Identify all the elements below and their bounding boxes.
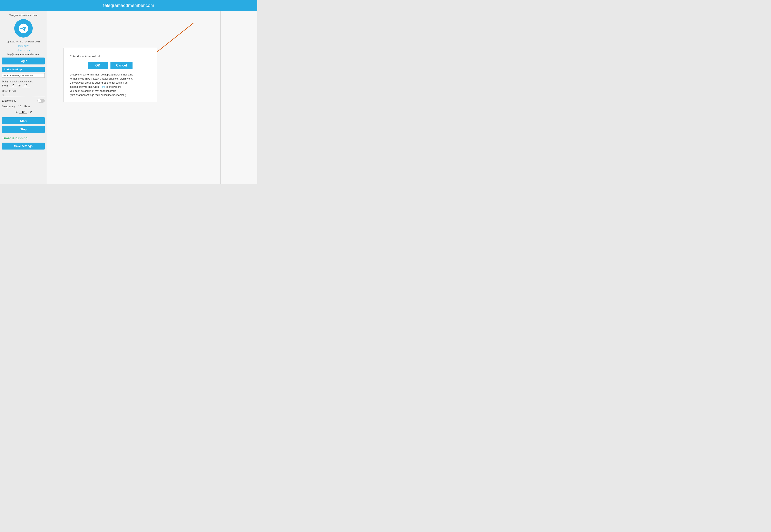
dialog-url-row: Enter Group/channel url: (70, 54, 151, 58)
app-title: telegramaddmember.com (103, 3, 154, 8)
email-text: help@telegramaddmember.com (7, 53, 39, 55)
login-button[interactable]: Login (2, 58, 45, 64)
content-area: Enter Group/channel url: OK Cancel Group… (47, 11, 257, 184)
adder-settings-header: Adder Settings (2, 67, 45, 72)
info-line4b: to know more (106, 85, 121, 88)
here-link[interactable]: Here (100, 85, 105, 88)
delay-row: From To (2, 84, 45, 87)
sleep-every-row: Sleep every Runs (2, 105, 45, 108)
sleep-every-input[interactable] (16, 105, 23, 108)
for-row: For Sec (2, 110, 45, 114)
main-layout: Telegramaddmember.com Updated to 3.5.2 /… (0, 11, 257, 184)
stop-button[interactable]: Stop (2, 126, 45, 133)
dialog-info: Group or channel link must be https://t.… (70, 73, 151, 97)
info-line6: (with channel settings "add subscribers"… (70, 94, 126, 96)
timer-status: Timer is running (2, 136, 45, 140)
users-input[interactable] (2, 93, 45, 97)
info-line2: format. Invite links (https://t.me/joinc… (70, 77, 133, 80)
info-line4: instead of invite link. Click (70, 85, 99, 88)
dialog-url-label: Enter Group/channel url: (70, 55, 101, 58)
users-label: Users to add (2, 90, 45, 93)
menu-icon[interactable]: ⋮ (249, 3, 254, 8)
dialog-url-input[interactable] (103, 54, 151, 58)
app-logo (14, 19, 33, 38)
for-input[interactable] (19, 110, 27, 114)
sleep-toggle[interactable] (37, 99, 45, 103)
for-label: For (15, 111, 18, 113)
enable-sleep-label: Enable sleep (2, 99, 16, 102)
sleep-every-label: Sleep every (2, 105, 15, 108)
runs-label: Runs (24, 105, 30, 108)
info-line5: You must be admin of that channel\group (70, 90, 116, 92)
from-input[interactable] (9, 84, 17, 87)
info-line3: Convert your group to supergroup to get … (70, 81, 127, 84)
sleep-toggle-row: Enable sleep (2, 99, 45, 103)
content-right-divider (220, 11, 221, 184)
top-bar: telegramaddmember.com ⋮ (0, 0, 257, 11)
sec-label: Sec (28, 111, 32, 113)
channel-url-display: https://t.me/telegrmacareview (2, 73, 45, 78)
to-input[interactable] (22, 84, 30, 87)
telegram-icon (18, 23, 29, 34)
sidebar-brand: Telegramaddmember.com (9, 14, 38, 17)
dialog-box: Enter Group/channel url: OK Cancel Group… (63, 48, 157, 102)
how-to-use-link[interactable]: How to use (17, 49, 30, 52)
save-settings-button[interactable]: Save settings (2, 143, 45, 150)
version-text: Updated to 3.5.2 / 16 March 2021 (7, 40, 40, 43)
sidebar: Telegramaddmember.com Updated to 3.5.2 /… (0, 11, 47, 184)
from-label: From (2, 84, 8, 87)
cancel-button[interactable]: Cancel (110, 62, 132, 69)
delay-label: Delay interval between adds (2, 80, 45, 83)
ok-button[interactable]: OK (88, 62, 108, 69)
start-button[interactable]: Start (2, 117, 45, 124)
users-settings: Users to add (2, 89, 45, 97)
info-line1: Group or channel link must be https://t.… (70, 73, 133, 76)
to-label: To (18, 84, 21, 87)
dialog-buttons: OK Cancel (70, 62, 151, 69)
buy-now-link[interactable]: Buy now (18, 44, 29, 48)
delay-settings: Delay interval between adds From To (2, 79, 45, 87)
